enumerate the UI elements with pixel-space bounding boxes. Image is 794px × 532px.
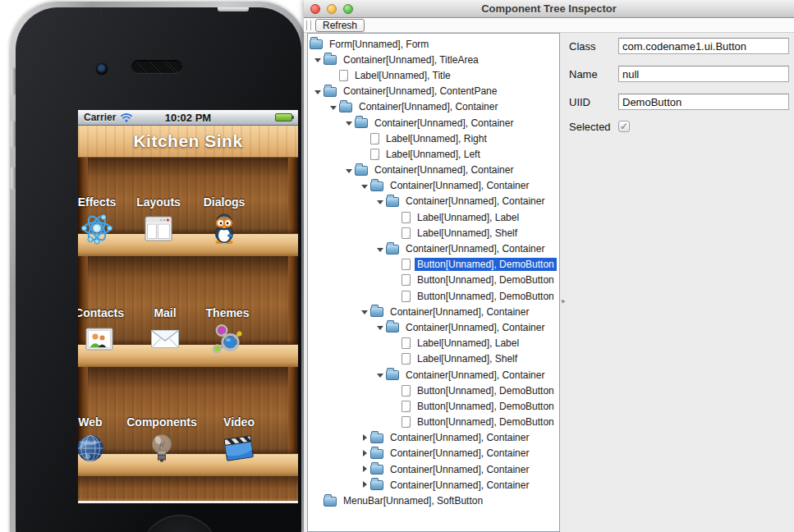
expand-arrow-icon[interactable] (360, 433, 370, 443)
app-item-dialogs[interactable]: Dialogs (185, 195, 264, 245)
tree-row[interactable]: Container[Unnamed], TitleArea (308, 52, 559, 67)
tree-row[interactable]: Container[Unnamed], Container (308, 367, 559, 383)
class-field[interactable] (618, 38, 789, 54)
tree-row[interactable]: Button[Unnamed], DemoButton (308, 415, 559, 430)
tree-row-label: Label[Unnamed], Left (383, 148, 483, 161)
app-item-video[interactable]: Video (200, 415, 278, 465)
expand-arrow-icon[interactable] (360, 448, 370, 459)
tree-row[interactable]: Label[Unnamed], Right (308, 131, 559, 146)
tree-arrow-slot (391, 212, 402, 222)
tree-row[interactable]: Container[Unnamed], Container (308, 461, 559, 477)
collapse-arrow-icon[interactable] (375, 322, 386, 332)
bulb-icon (145, 432, 178, 465)
folder-icon (386, 323, 399, 332)
power-button[interactable] (218, 7, 249, 11)
tree-row[interactable]: Label[Unnamed], Label (308, 209, 559, 225)
tree-row-label: Container[Unnamed], Container (403, 321, 547, 334)
property-row-class: Class (569, 38, 789, 54)
app-item-label: Components (122, 415, 201, 429)
tree-row[interactable]: Container[Unnamed], Container (308, 163, 559, 178)
expand-arrow-icon[interactable] (360, 464, 370, 475)
minimize-button[interactable] (327, 4, 337, 14)
collapse-arrow-icon[interactable] (375, 244, 386, 255)
tree-row-label: MenuBar[Unnamed], SoftButton (341, 494, 485, 507)
collapse-arrow-icon[interactable] (328, 102, 339, 112)
file-icon (402, 291, 411, 302)
app-item-themes[interactable]: Themes (188, 306, 267, 355)
tree-row[interactable]: Button[Unnamed], DemoButton (308, 257, 559, 273)
tree-row[interactable]: MenuBar[Unnamed], SoftButton (308, 493, 559, 508)
file-icon (402, 416, 411, 428)
tree-row-label: Button[Unnamed], DemoButton (415, 384, 557, 397)
home-button[interactable] (140, 515, 219, 532)
toolbar-drag-grip[interactable] (306, 21, 311, 30)
window-title-bar[interactable]: Component Tree Inspector (304, 0, 794, 18)
collapse-arrow-icon[interactable] (375, 369, 386, 380)
tree-row[interactable]: Container[Unnamed], Container (308, 99, 559, 115)
app-item-label: Themes (188, 306, 267, 319)
shelf-section: Effects Layouts Dialogs (78, 158, 298, 256)
uiid-label: UIID (569, 96, 618, 108)
collapse-arrow-icon[interactable] (344, 165, 355, 176)
contacts-icon (83, 323, 116, 355)
tree-row[interactable]: Container[Unnamed], Container (308, 194, 559, 209)
app-item-components[interactable]: Components (122, 415, 201, 465)
name-field[interactable] (618, 66, 789, 82)
uiid-field[interactable] (618, 94, 789, 110)
tree-row[interactable]: Container[Unnamed], Container (308, 477, 559, 493)
tree-row[interactable]: Container[Unnamed], Container (308, 430, 559, 446)
file-icon (402, 259, 411, 270)
file-icon (402, 401, 411, 412)
collapse-arrow-icon[interactable] (375, 196, 386, 207)
tree-row[interactable]: Button[Unnamed], DemoButton (308, 398, 559, 414)
file-icon (402, 337, 411, 349)
tree-row[interactable]: Form[Unnamed], Form (308, 36, 559, 52)
close-button[interactable] (310, 4, 320, 14)
collapse-arrow-icon[interactable] (313, 54, 324, 65)
tree-row[interactable]: Container[Unnamed], Container (308, 304, 559, 319)
tree-arrow-slot (391, 275, 402, 286)
app-item-label: Video (200, 415, 278, 429)
phone-body: Carrier 10:02 PM Kitchen Sink (16, 7, 301, 532)
tree-row[interactable]: Label[Unnamed], Label (308, 336, 559, 351)
collapse-arrow-icon[interactable] (360, 181, 370, 191)
tree-row-label: Container[Unnamed], Container (356, 100, 500, 113)
tree-row[interactable]: Container[Unnamed], Container (308, 115, 559, 131)
tree-row[interactable]: Button[Unnamed], DemoButton (308, 288, 559, 304)
selected-label: Selected (569, 121, 618, 133)
tree-row-label: Container[Unnamed], Container (388, 463, 531, 476)
file-icon (402, 353, 411, 365)
collapse-arrow-icon[interactable] (313, 86, 324, 97)
collapse-arrow-icon[interactable] (360, 306, 370, 317)
tree-row[interactable]: Button[Unnamed], DemoButton (308, 383, 559, 398)
tree-row[interactable]: Container[Unnamed], Container (308, 319, 559, 335)
refresh-button[interactable]: Refresh (315, 19, 365, 32)
tree-row[interactable]: Label[Unnamed], Shelf (308, 351, 559, 367)
expand-arrow-icon[interactable] (360, 479, 370, 490)
tree-row[interactable]: Container[Unnamed], ContentPane (308, 84, 559, 99)
tree-row[interactable]: Container[Unnamed], Container (308, 446, 559, 461)
themes-icon (211, 323, 244, 355)
tree-arrow-slot (328, 70, 339, 80)
folder-icon (370, 433, 383, 443)
zoom-button[interactable] (343, 4, 353, 14)
tree-row[interactable]: Container[Unnamed], Container (308, 241, 559, 256)
component-tree-inspector-window: Component Tree Inspector Refresh Form[Un… (304, 0, 794, 532)
tree-row[interactable]: Container[Unnamed], Container (308, 178, 559, 194)
tree-arrow-slot (391, 354, 402, 365)
component-tree[interactable]: Form[Unnamed], FormContainer[Unnamed], T… (307, 33, 560, 532)
tree-row-label: Container[Unnamed], Container (403, 369, 547, 382)
collapse-arrow-icon[interactable] (344, 117, 355, 128)
tree-row[interactable]: Label[Unnamed], Left (308, 146, 559, 162)
tree-row-label: Label[Unnamed], Label (415, 337, 521, 350)
window-title: Component Tree Inspector (304, 2, 794, 15)
tree-row[interactable]: Button[Unnamed], DemoButton (308, 273, 559, 288)
tree-row[interactable]: Label[Unnamed], Shelf (308, 225, 559, 241)
tree-row[interactable]: Label[Unnamed], Title (308, 67, 559, 83)
properties-panel: Class Name UIID Selected ✓ (563, 33, 794, 532)
shelf-section: Contacts Mail Themes (78, 256, 298, 367)
selected-checkbox[interactable]: ✓ (618, 121, 630, 132)
tree-arrow-slot (360, 133, 370, 144)
folder-icon (355, 118, 368, 128)
tree-arrow-slot (391, 385, 402, 396)
